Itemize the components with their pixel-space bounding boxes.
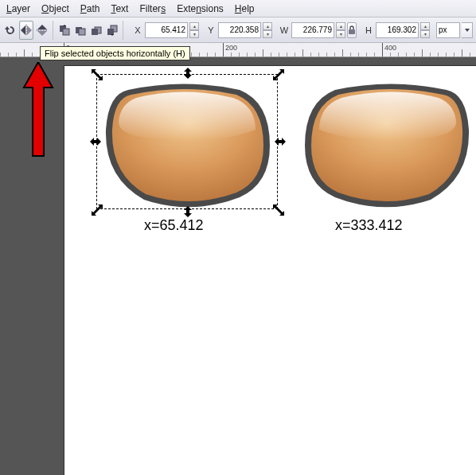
selection-handle-ne[interactable] [273,69,284,80]
selection-handle-sw[interactable] [92,204,103,216]
svg-rect-10 [349,29,355,34]
svg-rect-9 [107,29,114,35]
svg-rect-3 [63,29,69,35]
page: x=65.412 [64,65,476,475]
selection-handle-nw[interactable] [92,69,103,80]
options-toolbar: X ▴▾ Y ▴▾ W ▴▾ H ▴▾ px [0,18,476,43]
y-label: Y [205,25,217,35]
h-input[interactable] [376,22,419,38]
left-lens[interactable] [96,74,279,220]
menu-object[interactable]: Object [41,3,69,14]
right-lens-coord-text: x=333.412 [335,217,403,234]
h-label: H [363,25,374,35]
menu-help[interactable]: Help [235,3,255,14]
selection-handle-n[interactable] [182,68,193,79]
menu-layer[interactable]: Layer [6,3,30,14]
y-spinner[interactable]: ▴▾ [263,22,272,38]
lower-button[interactable] [89,21,103,40]
x-spinner[interactable]: ▴▾ [189,22,199,38]
right-lens[interactable] [295,74,476,220]
annotation-arrow [22,62,54,160]
canvas-area[interactable]: x=65.412 [0,57,476,475]
unit-select[interactable]: px [436,22,460,38]
flip-horizontal-button[interactable] [19,21,33,40]
y-input[interactable] [218,22,261,38]
lock-aspect-button[interactable] [347,22,357,38]
w-label: W [279,25,290,35]
unit-dropdown-icon[interactable] [462,22,473,38]
w-spinner[interactable]: ▴▾ [336,22,345,38]
svg-rect-7 [92,29,98,35]
selection-handle-e[interactable] [275,136,286,147]
svg-rect-5 [79,29,85,35]
w-input[interactable] [291,22,334,38]
selection-handle-se[interactable] [273,204,284,216]
flip-vertical-button[interactable] [35,21,49,40]
raise-button[interactable] [73,21,88,40]
selection-handle-w[interactable] [90,136,101,147]
x-label: X [132,25,143,35]
separator [123,21,124,40]
raise-to-top-button[interactable] [57,21,72,40]
menu-text[interactable]: Text [111,3,128,14]
menu-path[interactable]: Path [80,3,100,14]
menu-extensions[interactable]: Extensions [177,3,224,14]
separator [53,21,54,40]
left-lens-coord-text: x=65.412 [144,217,204,234]
menu-bar: Layer Object Path Text Filters Extension… [0,0,476,18]
lower-to-bottom-button[interactable] [105,21,119,40]
h-spinner[interactable]: ▴▾ [420,22,430,38]
menu-filters[interactable]: Filters [139,3,166,14]
tooltip: Flip selected objects horizontally (H) [40,46,190,60]
rotate-ccw-button[interactable] [3,21,18,40]
selection-handle-s[interactable] [182,206,193,217]
x-input[interactable] [145,22,188,38]
